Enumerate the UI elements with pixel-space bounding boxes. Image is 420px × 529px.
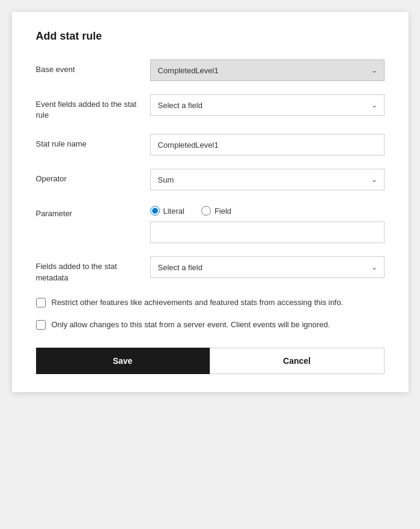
fields-added-row: Fields added to the stat metadata Select… — [36, 256, 385, 283]
literal-radio-text: Literal — [163, 207, 184, 216]
operator-select-wrapper: Sum Count Min Max Average ⌄ — [150, 169, 385, 190]
restrict-checkbox[interactable] — [36, 298, 46, 307]
save-button[interactable]: Save — [36, 348, 210, 374]
parameter-control: Literal Field — [150, 204, 385, 243]
field-radio-label[interactable]: Field — [201, 206, 231, 216]
parameter-row: Parameter Literal Field — [36, 204, 385, 243]
stat-rule-name-row: Stat rule name — [36, 134, 385, 156]
server-only-checkbox-label: Only allow changes to this stat from a s… — [52, 319, 330, 331]
base-event-label: Base event — [36, 59, 150, 75]
event-fields-select[interactable]: Select a field — [150, 94, 385, 116]
fields-added-select[interactable]: Select a field — [150, 256, 385, 278]
base-event-select-wrapper: CompletedLevel1 ⌄ — [150, 59, 385, 81]
base-event-select[interactable]: CompletedLevel1 — [150, 59, 385, 81]
field-radio-text: Field — [215, 207, 231, 216]
literal-value-input[interactable] — [150, 222, 385, 243]
stat-rule-name-label: Stat rule name — [36, 134, 150, 150]
stat-rule-name-input[interactable] — [150, 134, 385, 156]
checkboxes-container: Restrict other features like achievement… — [36, 297, 385, 331]
fields-added-select-wrapper: Select a field ⌄ — [150, 256, 385, 278]
parameter-radio-group: Literal Field — [150, 204, 385, 216]
field-radio-input[interactable] — [201, 206, 211, 216]
literal-radio-label[interactable]: Literal — [150, 206, 184, 216]
restrict-checkbox-section: Restrict other features like achievement… — [36, 297, 385, 309]
base-event-control: CompletedLevel1 ⌄ — [150, 59, 385, 81]
fields-added-control: Select a field ⌄ — [150, 256, 385, 278]
operator-label: Operator — [36, 169, 150, 184]
base-event-row: Base event CompletedLevel1 ⌄ — [36, 59, 385, 81]
event-fields-select-wrapper: Select a field ⌄ — [150, 94, 385, 116]
event-fields-control: Select a field ⌄ — [150, 94, 385, 116]
restrict-checkbox-label: Restrict other features like achievement… — [52, 297, 344, 309]
modal-title: Add stat rule — [36, 30, 385, 43]
operator-control: Sum Count Min Max Average ⌄ — [150, 169, 385, 190]
server-only-checkbox[interactable] — [36, 320, 46, 330]
literal-radio-input[interactable] — [150, 206, 160, 216]
operator-select[interactable]: Sum Count Min Max Average — [150, 169, 385, 190]
add-stat-rule-modal: Add stat rule Base event CompletedLevel1… — [12, 12, 409, 392]
event-fields-label: Event fields added to the stat rule — [36, 94, 150, 121]
operator-row: Operator Sum Count Min Max Average ⌄ — [36, 169, 385, 190]
stat-rule-name-control — [150, 134, 385, 156]
server-only-checkbox-section: Only allow changes to this stat from a s… — [36, 319, 385, 331]
buttons-row: Save Cancel — [36, 348, 385, 374]
parameter-label: Parameter — [36, 204, 150, 219]
event-fields-row: Event fields added to the stat rule Sele… — [36, 94, 385, 121]
fields-added-label: Fields added to the stat metadata — [36, 256, 150, 283]
cancel-button[interactable]: Cancel — [210, 348, 385, 374]
